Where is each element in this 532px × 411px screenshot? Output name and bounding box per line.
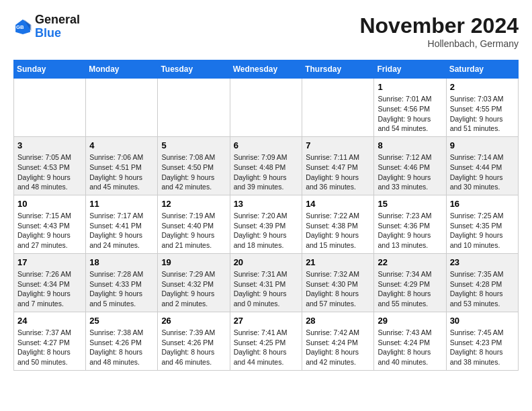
day-info: Sunrise: 7:38 AM Sunset: 4:26 PM Dayligh…	[89, 328, 154, 367]
calendar-cell: 8Sunrise: 7:12 AM Sunset: 4:46 PM Daylig…	[374, 136, 446, 195]
calendar-week-1: 1Sunrise: 7:01 AM Sunset: 4:56 PM Daylig…	[14, 79, 519, 137]
day-number: 8	[378, 140, 442, 152]
calendar-cell: 17Sunrise: 7:26 AM Sunset: 4:34 PM Dayli…	[14, 253, 86, 312]
day-info: Sunrise: 7:20 AM Sunset: 4:39 PM Dayligh…	[234, 211, 299, 250]
day-info: Sunrise: 7:35 AM Sunset: 4:28 PM Dayligh…	[450, 269, 515, 309]
calendar-cell: 30Sunrise: 7:45 AM Sunset: 4:23 PM Dayli…	[446, 312, 518, 370]
calendar-cell	[158, 79, 230, 137]
day-number: 22	[378, 257, 442, 269]
day-number: 2	[450, 81, 515, 93]
col-saturday: Saturday	[446, 60, 518, 79]
day-info: Sunrise: 7:39 AM Sunset: 4:26 PM Dayligh…	[161, 328, 226, 367]
calendar-week-4: 17Sunrise: 7:26 AM Sunset: 4:34 PM Dayli…	[14, 253, 519, 312]
day-info: Sunrise: 7:45 AM Sunset: 4:23 PM Dayligh…	[450, 328, 515, 367]
day-number: 26	[161, 315, 226, 327]
day-number: 21	[306, 257, 370, 269]
calendar-cell: 2Sunrise: 7:03 AM Sunset: 4:55 PM Daylig…	[446, 79, 518, 137]
calendar-week-5: 24Sunrise: 7:37 AM Sunset: 4:27 PM Dayli…	[14, 312, 519, 370]
logo-line1: General	[35, 13, 80, 27]
day-number: 16	[450, 198, 515, 210]
calendar-cell: 3Sunrise: 7:05 AM Sunset: 4:53 PM Daylig…	[14, 136, 86, 195]
logo: GB General Blue	[13, 13, 80, 40]
day-info: Sunrise: 7:15 AM Sunset: 4:43 PM Dayligh…	[17, 211, 82, 250]
day-number: 17	[17, 257, 82, 269]
calendar-cell: 6Sunrise: 7:09 AM Sunset: 4:48 PM Daylig…	[230, 136, 302, 195]
col-monday: Monday	[86, 60, 158, 79]
day-number: 29	[378, 315, 442, 327]
day-info: Sunrise: 7:29 AM Sunset: 4:32 PM Dayligh…	[161, 269, 226, 309]
day-number: 23	[450, 257, 515, 269]
logo-line2: Blue	[35, 27, 80, 40]
day-info: Sunrise: 7:43 AM Sunset: 4:24 PM Dayligh…	[378, 328, 442, 367]
calendar-cell: 7Sunrise: 7:11 AM Sunset: 4:47 PM Daylig…	[302, 136, 374, 195]
day-info: Sunrise: 7:23 AM Sunset: 4:36 PM Dayligh…	[378, 211, 442, 250]
day-number: 6	[234, 140, 299, 152]
day-info: Sunrise: 7:01 AM Sunset: 4:56 PM Dayligh…	[378, 94, 442, 134]
calendar: Sunday Monday Tuesday Wednesday Thursday…	[13, 60, 519, 371]
day-info: Sunrise: 7:08 AM Sunset: 4:50 PM Dayligh…	[161, 152, 226, 192]
day-number: 28	[306, 315, 370, 327]
calendar-cell: 14Sunrise: 7:22 AM Sunset: 4:38 PM Dayli…	[302, 195, 374, 253]
day-info: Sunrise: 7:17 AM Sunset: 4:41 PM Dayligh…	[89, 211, 154, 250]
day-info: Sunrise: 7:12 AM Sunset: 4:46 PM Dayligh…	[378, 152, 442, 192]
calendar-cell: 18Sunrise: 7:28 AM Sunset: 4:33 PM Dayli…	[86, 253, 158, 312]
title-block: November 2024 Hollenbach, Germany	[359, 13, 519, 49]
col-tuesday: Tuesday	[158, 60, 230, 79]
day-number: 7	[306, 140, 370, 152]
day-info: Sunrise: 7:11 AM Sunset: 4:47 PM Dayligh…	[306, 152, 370, 192]
day-info: Sunrise: 7:34 AM Sunset: 4:29 PM Dayligh…	[378, 269, 442, 309]
calendar-cell: 25Sunrise: 7:38 AM Sunset: 4:26 PM Dayli…	[86, 312, 158, 370]
col-sunday: Sunday	[14, 60, 86, 79]
day-info: Sunrise: 7:19 AM Sunset: 4:40 PM Dayligh…	[161, 211, 226, 250]
calendar-cell: 20Sunrise: 7:31 AM Sunset: 4:31 PM Dayli…	[230, 253, 302, 312]
col-wednesday: Wednesday	[230, 60, 302, 79]
calendar-cell: 5Sunrise: 7:08 AM Sunset: 4:50 PM Daylig…	[158, 136, 230, 195]
day-number: 10	[17, 198, 82, 210]
month-title: November 2024	[359, 13, 519, 38]
calendar-cell: 12Sunrise: 7:19 AM Sunset: 4:40 PM Dayli…	[158, 195, 230, 253]
calendar-cell: 9Sunrise: 7:14 AM Sunset: 4:44 PM Daylig…	[446, 136, 518, 195]
day-info: Sunrise: 7:05 AM Sunset: 4:53 PM Dayligh…	[17, 152, 82, 192]
day-number: 4	[89, 140, 154, 152]
day-info: Sunrise: 7:03 AM Sunset: 4:55 PM Dayligh…	[450, 94, 515, 134]
calendar-cell: 28Sunrise: 7:42 AM Sunset: 4:24 PM Dayli…	[302, 312, 374, 370]
svg-text:GB: GB	[16, 24, 24, 30]
calendar-cell: 29Sunrise: 7:43 AM Sunset: 4:24 PM Dayli…	[374, 312, 446, 370]
day-info: Sunrise: 7:25 AM Sunset: 4:35 PM Dayligh…	[450, 211, 515, 250]
day-number: 1	[378, 81, 442, 93]
calendar-cell: 4Sunrise: 7:06 AM Sunset: 4:51 PM Daylig…	[86, 136, 158, 195]
day-number: 14	[306, 198, 370, 210]
day-number: 30	[450, 315, 515, 327]
header: GB General Blue November 2024 Hollenbach…	[13, 13, 519, 49]
day-number: 18	[89, 257, 154, 269]
day-number: 3	[17, 140, 82, 152]
calendar-cell: 10Sunrise: 7:15 AM Sunset: 4:43 PM Dayli…	[14, 195, 86, 253]
calendar-cell: 27Sunrise: 7:41 AM Sunset: 4:25 PM Dayli…	[230, 312, 302, 370]
calendar-cell	[86, 79, 158, 137]
calendar-cell: 19Sunrise: 7:29 AM Sunset: 4:32 PM Dayli…	[158, 253, 230, 312]
day-number: 12	[161, 198, 226, 210]
day-info: Sunrise: 7:32 AM Sunset: 4:30 PM Dayligh…	[306, 269, 370, 309]
day-number: 11	[89, 198, 154, 210]
calendar-cell: 23Sunrise: 7:35 AM Sunset: 4:28 PM Dayli…	[446, 253, 518, 312]
day-number: 25	[89, 315, 154, 327]
calendar-week-2: 3Sunrise: 7:05 AM Sunset: 4:53 PM Daylig…	[14, 136, 519, 195]
day-info: Sunrise: 7:26 AM Sunset: 4:34 PM Dayligh…	[17, 269, 82, 309]
day-number: 27	[234, 315, 299, 327]
day-info: Sunrise: 7:42 AM Sunset: 4:24 PM Dayligh…	[306, 328, 370, 367]
calendar-week-3: 10Sunrise: 7:15 AM Sunset: 4:43 PM Dayli…	[14, 195, 519, 253]
col-thursday: Thursday	[302, 60, 374, 79]
day-info: Sunrise: 7:37 AM Sunset: 4:27 PM Dayligh…	[17, 328, 82, 367]
calendar-cell	[230, 79, 302, 137]
logo-icon: GB	[13, 17, 32, 36]
calendar-cell: 13Sunrise: 7:20 AM Sunset: 4:39 PM Dayli…	[230, 195, 302, 253]
day-info: Sunrise: 7:06 AM Sunset: 4:51 PM Dayligh…	[89, 152, 154, 192]
day-info: Sunrise: 7:22 AM Sunset: 4:38 PM Dayligh…	[306, 211, 370, 250]
calendar-cell: 21Sunrise: 7:32 AM Sunset: 4:30 PM Dayli…	[302, 253, 374, 312]
day-info: Sunrise: 7:14 AM Sunset: 4:44 PM Dayligh…	[450, 152, 515, 192]
calendar-cell: 11Sunrise: 7:17 AM Sunset: 4:41 PM Dayli…	[86, 195, 158, 253]
location: Hollenbach, Germany	[359, 38, 519, 49]
day-number: 19	[161, 257, 226, 269]
day-number: 13	[234, 198, 299, 210]
col-friday: Friday	[374, 60, 446, 79]
